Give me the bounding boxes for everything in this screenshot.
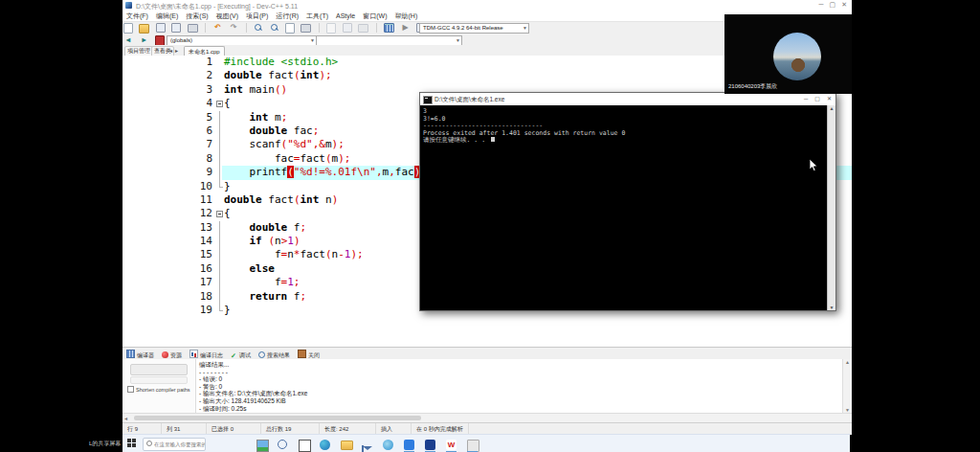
project-manager-panel[interactable] (122, 56, 181, 347)
console-window[interactable]: D:\文件\桌面\未命名1.exe ─▢✕ 33!=6.0-----------… (419, 92, 836, 311)
minimize-icon[interactable]: ─ (819, 1, 824, 8)
log-vertical-scrollbar[interactable]: ▲▼ (842, 359, 852, 413)
console-cursor (491, 137, 495, 142)
scroll-left-icon[interactable]: ◂ (124, 415, 127, 421)
docs-app-icon[interactable] (425, 440, 435, 450)
log-line-2: - 错误: 0 (199, 375, 307, 383)
code-text: double fact(int n) (224, 193, 338, 206)
code-text: double fac; (224, 124, 319, 137)
toggle-icon[interactable] (358, 24, 368, 33)
open-file-icon[interactable] (139, 24, 149, 34)
new-file-icon[interactable] (123, 23, 133, 34)
goto-line-icon[interactable] (285, 23, 295, 34)
meeting-app-icon[interactable] (404, 440, 414, 450)
task-view-icon[interactable] (299, 440, 311, 452)
insert-icon[interactable] (343, 23, 352, 33)
office-app-icon[interactable] (467, 440, 479, 452)
file-explorer-icon[interactable] (341, 441, 353, 450)
chevron-down-icon: ▼ (523, 24, 527, 33)
globals-value: (globals) (170, 37, 192, 43)
console-scrollbar[interactable]: ▲▼ (827, 105, 835, 310)
save-as-icon[interactable] (171, 23, 181, 33)
avatar (773, 33, 821, 80)
back-icon[interactable]: ◂ (123, 35, 133, 45)
bottom-tab-icon: ✓ (231, 352, 237, 359)
code-text: { (224, 97, 231, 109)
code-text: #include <stdio.h> (224, 56, 338, 68)
search-input[interactable]: 在这里输入你要搜索的内容 (143, 438, 206, 451)
page-setup-icon[interactable] (301, 24, 311, 33)
mail-icon[interactable] (362, 445, 364, 452)
replace-icon[interactable] (270, 23, 279, 33)
video-overlay[interactable]: 2106040203李晨欣 (724, 14, 852, 94)
console-title-bar[interactable]: D:\文件\桌面\未命名1.exe ─▢✕ (420, 93, 835, 105)
line-number: 10 (180, 180, 215, 193)
undo-icon[interactable]: ↶ (213, 23, 223, 33)
redo-icon[interactable]: ↷ (229, 23, 238, 33)
wps-icon[interactable]: W (446, 440, 457, 450)
menu-item-4[interactable]: 项目(P) (242, 11, 272, 21)
code-text: scanf("%d",&m); (224, 138, 345, 150)
menu-item-9[interactable]: 帮助(H) (391, 11, 422, 21)
line-number: 12 (180, 207, 215, 220)
menu-item-8[interactable]: 窗口(W) (359, 11, 390, 21)
menu-item-1[interactable]: 编辑(E) (152, 11, 182, 21)
menu-item-7[interactable]: AStyle (332, 11, 359, 19)
title-bar[interactable]: D:\文件\桌面\未命名1.cpp - [Executing] - Dev-C+… (122, 0, 852, 11)
menu-item-2[interactable]: 搜索(S) (182, 11, 212, 21)
compile-icon[interactable] (384, 23, 394, 33)
gutter (215, 221, 224, 235)
bottom-tab-icon (298, 350, 306, 358)
bottom-tab-icon (126, 350, 135, 358)
close-icon[interactable]: ✕ (827, 96, 832, 102)
gutter (215, 276, 224, 289)
compile-progress (130, 376, 188, 384)
devcpp-app-icon (125, 2, 132, 9)
fold-marker-icon[interactable] (215, 207, 224, 220)
scrollbar-thumb[interactable] (134, 416, 421, 420)
shorten-paths-checkbox[interactable]: Shorten compiler paths (127, 386, 190, 393)
code-text: if (n>1) (224, 235, 301, 247)
cortana-icon[interactable] (278, 440, 287, 449)
bottom-tab-label: 调试 (239, 352, 251, 358)
close-icon[interactable]: ✕ (841, 1, 847, 8)
gutter (215, 111, 224, 124)
tab-scroll-left-icon[interactable]: ◂ (169, 47, 172, 54)
bottom-tab-icon (189, 350, 198, 358)
line-number: 7 (180, 138, 215, 151)
bookmark-icon[interactable] (326, 23, 336, 34)
code-text: { (224, 207, 231, 219)
maximize-icon[interactable]: ▢ (830, 1, 836, 8)
find-icon[interactable] (254, 23, 263, 33)
save-icon[interactable] (156, 23, 166, 33)
start-button[interactable] (127, 439, 137, 448)
browser-360-icon[interactable] (383, 440, 393, 450)
menu-item-3[interactable]: 视图(V) (212, 11, 242, 21)
code-text: } (224, 180, 231, 192)
taskbar: 在这里输入你要搜索的内容 W 100% 10°C 雾 ^ 英 16:062022… (122, 434, 850, 452)
minimize-icon[interactable]: ─ (804, 96, 808, 102)
code-text: printf("%d!=%.01f\n",m,fac); (224, 166, 427, 178)
screen-share-icon[interactable] (256, 440, 269, 452)
forward-icon[interactable]: ▸ (139, 35, 148, 45)
console-line-0: 3 (423, 108, 625, 116)
menu-item-6[interactable]: 工具(T) (302, 11, 332, 21)
gutter (215, 235, 224, 248)
log-line-1: - - - - - - - - (199, 369, 307, 376)
log-line-6: - 编译时间: 0.25s (199, 405, 307, 413)
code-text: double fact(int); (224, 69, 332, 81)
checkbox-box[interactable] (127, 386, 134, 393)
print-icon[interactable] (188, 24, 198, 33)
edge-browser-icon[interactable] (320, 440, 330, 450)
tab-scroll-right-icon[interactable]: ▸ (175, 47, 178, 54)
line-number: 18 (180, 290, 215, 304)
line-number: 3 (180, 83, 215, 97)
menu-item-5[interactable]: 运行(R) (272, 11, 302, 21)
line-number: 4 (180, 97, 215, 110)
compiler-profile-select[interactable]: TDM-GCC 4.9.2 64-bit Release ▼ (419, 23, 529, 34)
maximize-icon[interactable]: ▢ (814, 96, 820, 102)
menu-item-0[interactable]: 文件(F) (122, 11, 152, 21)
run-icon[interactable]: ▶ (401, 23, 411, 33)
gutter (215, 138, 224, 151)
fold-marker-icon[interactable] (215, 97, 224, 110)
